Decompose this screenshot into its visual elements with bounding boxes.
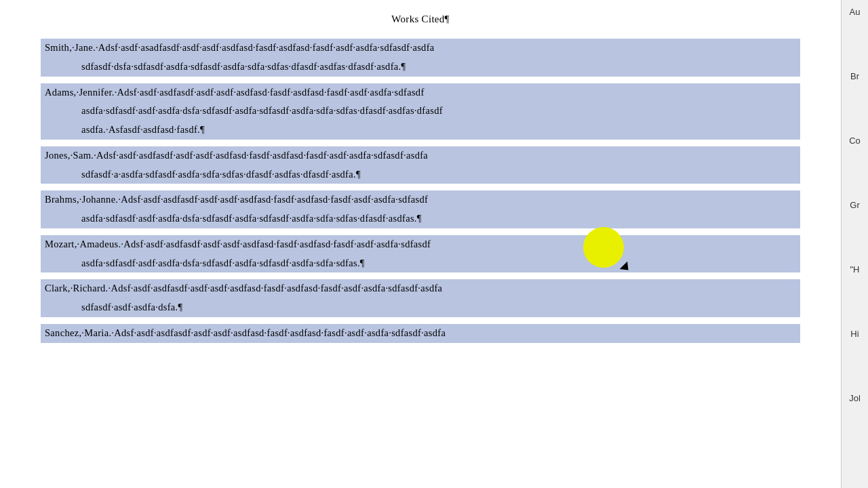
entry-clark-continuation: sdfasdf·asdf·asdfa·dsfa.¶ bbox=[41, 298, 800, 317]
document-main: Works Cited¶ Smith,·Jane.·Adsf·asdf·asad… bbox=[0, 0, 841, 488]
entry-jones-continuation: sdfasdf·a·asdfa·sdfasdf·asdfa·sdfa·sdfas… bbox=[41, 165, 800, 184]
entry-adams-line1: Adams,·Jennifer.·Adsf·asdf·asdfasdf·asdf… bbox=[41, 83, 800, 102]
entry-clark: Clark,·Richard.·Adsf·asdf·asdfasdf·asdf·… bbox=[41, 279, 800, 317]
entry-sanchez-line1: Sanchez,·Maria.·Adsf·asdf·asdfasdf·asdf·… bbox=[41, 324, 800, 343]
entry-smith-continuation: sdfasdf·dsfa·sdfasdf·asdfa·sdfasdf·asdfa… bbox=[41, 58, 800, 77]
sidebar-item-au: Au bbox=[850, 7, 861, 17]
entry-brahms-continuation: asdfa·sdfasdf·asdf·asdfa·dsfa·sdfasdf·as… bbox=[41, 209, 800, 228]
entry-adams-continuation1: asdfa·sdfasdf·asdf·asdfa·dsfa·sdfasdf·as… bbox=[41, 102, 800, 121]
entry-mozart-line1: Mozart,·Amadeus.·Adsf·asdf·asdfasdf·asdf… bbox=[41, 235, 800, 254]
mouse-cursor bbox=[583, 227, 624, 268]
entry-adams: Adams,·Jennifer.·Adsf·asdf·asdfasdf·asdf… bbox=[41, 83, 800, 140]
sidebar-item-gr: Gr bbox=[850, 200, 859, 210]
page-title: Works Cited¶ bbox=[41, 14, 800, 25]
entry-adams-continuation2: asdfa.·Asfasdf·asdfasd·fasdf.¶ bbox=[41, 121, 800, 140]
sidebar-item-h: "H bbox=[850, 264, 859, 274]
sidebar-item-jol: Jol bbox=[849, 393, 861, 403]
entry-clark-line1: Clark,·Richard.·Adsf·asdf·asdfasdf·asdf·… bbox=[41, 279, 800, 298]
entry-jones-line1: Jones,·Sam.·Adsf·asdf·asdfasdf·asdf·asdf… bbox=[41, 146, 800, 165]
entry-brahms-line1: Brahms,·Johanne.·Adsf·asdf·asdfasdf·asdf… bbox=[41, 190, 800, 209]
entry-mozart: Mozart,·Amadeus.·Adsf·asdf·asdfasdf·asdf… bbox=[41, 235, 800, 273]
entry-sanchez: Sanchez,·Maria.·Adsf·asdf·asdfasdf·asdf·… bbox=[41, 324, 800, 343]
right-sidebar: Au Br Co Gr "H Hi Jol bbox=[841, 0, 868, 488]
entry-smith-line1: Smith,·Jane.·Adsf·asdf·asadfasdf·asdf·as… bbox=[41, 39, 800, 58]
entry-jones: Jones,·Sam.·Adsf·asdf·asdfasdf·asdf·asdf… bbox=[41, 146, 800, 184]
entry-smith: Smith,·Jane.·Adsf·asdf·asadfasdf·asdf·as… bbox=[41, 39, 800, 77]
sidebar-item-br: Br bbox=[850, 71, 859, 81]
entry-brahms: Brahms,·Johanne.·Adsf·asdf·asdfasdf·asdf… bbox=[41, 190, 800, 228]
sidebar-item-co: Co bbox=[849, 136, 861, 146]
entry-mozart-continuation: asdfa·sdfasdf·asdf·asdfa·dsfa·sdfasdf·as… bbox=[41, 254, 800, 273]
sidebar-item-hi: Hi bbox=[850, 329, 859, 339]
